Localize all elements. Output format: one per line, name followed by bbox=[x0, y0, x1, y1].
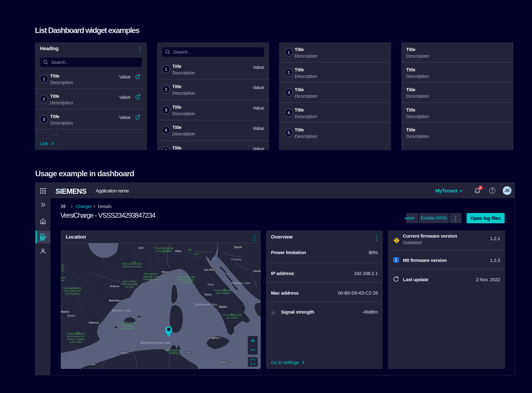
svg-text:Madrid: Madrid bbox=[61, 310, 69, 313]
svg-text:Parc national des: Parc national des bbox=[122, 262, 142, 265]
svg-text:Parc naturel: Parc naturel bbox=[144, 272, 158, 275]
svg-text:Gran Paradiso: Gran Paradiso bbox=[156, 250, 172, 252]
svg-text:Lyon: Lyon bbox=[138, 246, 144, 249]
svg-text:la Demanda: la Demanda bbox=[65, 292, 79, 295]
svg-text:Mediterranean Sea: Mediterranean Sea bbox=[141, 341, 170, 344]
svg-text:Milan: Milan bbox=[175, 250, 182, 253]
svg-text:Parc National: Parc National bbox=[166, 349, 181, 352]
svg-text:Italy: Italy bbox=[208, 283, 214, 286]
svg-text:Algiers: Algiers bbox=[120, 351, 129, 354]
svg-text:l'Arxipèlag: l'Arxipèlag bbox=[121, 324, 133, 327]
svg-text:de: de bbox=[61, 266, 64, 269]
svg-text:Toscano: Toscano bbox=[181, 281, 191, 284]
svg-text:régional de la: régional de la bbox=[143, 275, 159, 278]
svg-text:Parco Nazionale: Parco Nazionale bbox=[155, 247, 173, 250]
svg-text:Zagreb: Zagreb bbox=[233, 246, 242, 249]
svg-text:Parco Nazionale: Parco Nazionale bbox=[223, 314, 242, 316]
svg-text:Parque Natural: Parque Natural bbox=[67, 332, 84, 335]
svg-text:Andorra: Andorra bbox=[110, 285, 119, 288]
svg-text:onal: onal bbox=[61, 276, 66, 279]
svg-text:del Pollino: del Pollino bbox=[227, 316, 238, 319]
svg-text:Parco Nazionale: Parco Nazionale bbox=[214, 289, 232, 292]
svg-text:Valencia: Valencia bbox=[89, 321, 99, 324]
svg-text:Cévennes (cœur): Cévennes (cœur) bbox=[122, 265, 142, 268]
svg-text:Monaco: Monaco bbox=[162, 270, 171, 273]
svg-text:de la Sierra de: de la Sierra de bbox=[64, 290, 80, 292]
svg-text:d'El Kala: d'El Kala bbox=[169, 352, 179, 354]
svg-text:Sainte-Baume: Sainte-Baume bbox=[143, 278, 159, 281]
svg-text:Sarajev: Sarajev bbox=[253, 270, 261, 272]
svg-text:Rome: Rome bbox=[204, 293, 212, 296]
svg-text:Oran: Oran bbox=[90, 363, 96, 366]
svg-text:y las Villas: y las Villas bbox=[70, 340, 82, 343]
svg-text:Tunis: Tunis bbox=[185, 351, 191, 354]
svg-text:no: no bbox=[61, 269, 64, 272]
svg-text:Parco Nazionale: Parco Nazionale bbox=[177, 275, 195, 278]
svg-text:Espacio Natural: Espacio Natural bbox=[63, 287, 81, 290]
svg-text:de Cabrera: de Cabrera bbox=[120, 327, 133, 330]
svg-text:Spain: Spain bbox=[67, 314, 76, 317]
svg-text:Tyrrhenian Sea: Tyrrhenian Sea bbox=[195, 303, 217, 306]
svg-text:de: de bbox=[61, 279, 64, 282]
svg-text:Cazorla, Segura: Cazorla, Segura bbox=[67, 338, 85, 340]
svg-text:Naples: Naples bbox=[219, 305, 227, 308]
svg-text:du Lion: du Lion bbox=[125, 285, 134, 288]
svg-text:na: na bbox=[61, 264, 64, 266]
svg-text:de la Sierra de: de la Sierra de bbox=[67, 335, 84, 338]
svg-text:Croatia: Croatia bbox=[231, 258, 241, 261]
svg-text:Palermo: Palermo bbox=[209, 336, 220, 339]
svg-text:Parc Nacional de: Parc Nacional de bbox=[117, 321, 136, 324]
svg-text:Balearic Sea: Balearic Sea bbox=[112, 309, 131, 312]
svg-text:marin du Golfe: marin du Golfe bbox=[121, 283, 138, 285]
svg-text:dell'Arcipelago: dell'Arcipelago bbox=[178, 278, 194, 281]
svg-text:Parc naturel: Parc naturel bbox=[123, 280, 136, 283]
svg-text:Adriatic Sea: Adriatic Sea bbox=[232, 281, 250, 285]
svg-text:San Marino: San Marino bbox=[204, 268, 217, 271]
svg-text:Barcelona: Barcelona bbox=[109, 299, 122, 302]
svg-text:Valletta: Valletta bbox=[220, 361, 229, 364]
svg-text:della Majella: della Majella bbox=[216, 292, 230, 295]
